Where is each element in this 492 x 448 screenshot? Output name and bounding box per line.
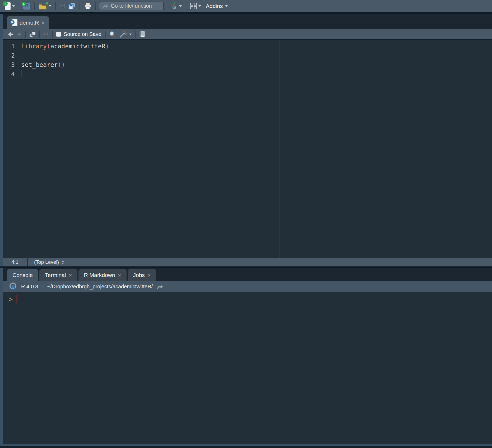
tab-label: Jobs xyxy=(133,272,145,278)
line-number: 2 xyxy=(3,52,15,59)
console-prompt: > xyxy=(9,296,13,303)
open-file-button[interactable]: ➜ xyxy=(38,2,52,10)
go-to-directory-icon[interactable] xyxy=(156,284,163,289)
save-button[interactable] xyxy=(59,2,67,10)
version-control-caret-icon[interactable] xyxy=(179,5,182,7)
new-project-icon: R + xyxy=(23,3,30,10)
r-script-file-icon: R xyxy=(11,19,17,26)
tab-label: Terminal xyxy=(45,272,66,278)
code-line-3: 3set_bearer() xyxy=(3,60,492,69)
close-icon[interactable]: × xyxy=(42,20,45,25)
toolbar-separator xyxy=(186,2,186,10)
rstudio-window: + R + ➜ xyxy=(0,0,492,448)
close-icon[interactable]: × xyxy=(118,273,121,278)
workspace-panes-button[interactable] xyxy=(189,2,202,10)
text-cursor xyxy=(21,70,22,77)
text-cursor xyxy=(16,295,17,303)
tab-demo-r[interactable]: R demo.R × xyxy=(7,16,49,29)
save-all-icon xyxy=(68,3,76,10)
scope-label: (Top Level) xyxy=(34,259,59,265)
source-on-save-checkbox[interactable] xyxy=(56,32,61,37)
toolbar-bottom-divider xyxy=(0,12,492,14)
open-folder-icon: ➜ xyxy=(39,2,47,10)
tab-terminal[interactable]: Terminal × xyxy=(39,269,77,281)
version-control-icon: + − G xyxy=(171,2,178,11)
print-icon xyxy=(84,3,91,10)
source-pane: R demo.R × xyxy=(3,14,492,266)
console-pane: Console Terminal × R Markdown × Jobs × R… xyxy=(3,268,492,444)
panes-caret-icon[interactable] xyxy=(198,5,201,7)
code-line-4: 4 xyxy=(3,69,492,78)
line-number: 3 xyxy=(3,61,15,68)
code-line-2: 2 xyxy=(3,51,492,60)
tab-r-markdown[interactable]: R Markdown × xyxy=(78,269,127,281)
compile-report-button[interactable] xyxy=(139,31,146,38)
console-header: R R 4.0.3 · ~/Dropbox/edbrgh_projects/ac… xyxy=(3,281,492,292)
tab-label: Console xyxy=(12,272,33,278)
back-button[interactable] xyxy=(7,31,14,37)
forward-button[interactable] xyxy=(16,31,22,37)
cursor-position-indicator: 4:1 xyxy=(3,258,28,266)
toolbar-separator xyxy=(25,31,26,38)
panes-layout-icon xyxy=(190,3,197,9)
print-margin-line xyxy=(279,40,280,258)
line-number: 4 xyxy=(3,71,15,77)
code-editor[interactable]: 1library(academictwitteR) 2 3set_bearer(… xyxy=(3,40,492,258)
scope-spinner-icon xyxy=(62,261,64,264)
open-in-new-window-button[interactable] xyxy=(29,31,36,38)
tab-label: R Markdown xyxy=(84,272,115,278)
toolbar-separator xyxy=(95,2,96,10)
code-paren: () xyxy=(58,61,65,68)
toolbar-separator xyxy=(135,31,136,38)
new-file-button[interactable]: + xyxy=(4,2,16,10)
source-on-save-label: Source on Save xyxy=(64,31,101,37)
code-paren: ( xyxy=(47,43,50,50)
goto-arrow-icon xyxy=(102,3,108,9)
addins-label: Addins xyxy=(206,3,223,9)
code-line-1: 1library(academictwitteR) xyxy=(3,41,492,51)
console-input-area[interactable]: > xyxy=(3,292,492,444)
toolbar-separator xyxy=(19,2,19,10)
header-dot-separator: · xyxy=(42,284,43,289)
editor-status-bar: 4:1 (Top Level) xyxy=(3,258,492,266)
close-icon[interactable]: × xyxy=(69,273,72,278)
window-edge-bottom xyxy=(0,446,492,448)
editor-toolbar: Source on Save xyxy=(3,29,492,40)
working-directory-label: ~/Dropbox/edbrgh_projects/academictwitte… xyxy=(47,284,153,290)
console-tabstrip: Console Terminal × R Markdown × Jobs × xyxy=(3,268,492,281)
line-number: 1 xyxy=(3,43,15,50)
tab-console[interactable]: Console xyxy=(7,269,38,281)
code-identifier: academictwitteR xyxy=(50,43,105,50)
source-tabstrip: R demo.R × xyxy=(3,14,492,29)
code-tools-wand-button[interactable] xyxy=(119,31,127,38)
toolbar-separator xyxy=(80,2,80,10)
code-identifier: set_bearer xyxy=(21,61,58,68)
close-icon[interactable]: × xyxy=(148,273,151,278)
code-keyword: library xyxy=(21,43,47,50)
new-project-button[interactable]: R + xyxy=(22,2,31,10)
main-toolbar: + R + ➜ xyxy=(0,0,492,12)
r-logo-icon: R xyxy=(10,283,17,290)
save-all-button[interactable] xyxy=(67,2,77,10)
save-icon xyxy=(60,3,66,9)
toolbar-separator xyxy=(39,31,40,38)
version-control-button[interactable]: + − G xyxy=(170,1,183,11)
new-file-caret-icon[interactable] xyxy=(12,5,15,7)
new-file-icon: + xyxy=(5,2,11,10)
goto-file-function-box[interactable] xyxy=(99,2,164,10)
save-source-button[interactable] xyxy=(43,31,49,38)
scope-selector[interactable]: (Top Level) xyxy=(28,258,79,266)
r-version-label: R 4.0.3 xyxy=(21,284,38,290)
toolbar-separator xyxy=(34,2,35,10)
find-replace-button[interactable] xyxy=(109,31,116,38)
tab-label: demo.R xyxy=(20,20,39,26)
tab-jobs[interactable]: Jobs × xyxy=(128,269,156,281)
toolbar-separator xyxy=(167,2,167,10)
toolbar-separator xyxy=(52,31,53,38)
addins-menu[interactable]: Addins xyxy=(206,3,228,9)
goto-file-function-input[interactable] xyxy=(111,3,161,9)
code-tools-caret-icon[interactable] xyxy=(129,34,132,35)
print-button[interactable] xyxy=(83,2,92,10)
addins-caret-icon xyxy=(225,5,228,7)
cursor-position-value: 4:1 xyxy=(11,259,18,265)
